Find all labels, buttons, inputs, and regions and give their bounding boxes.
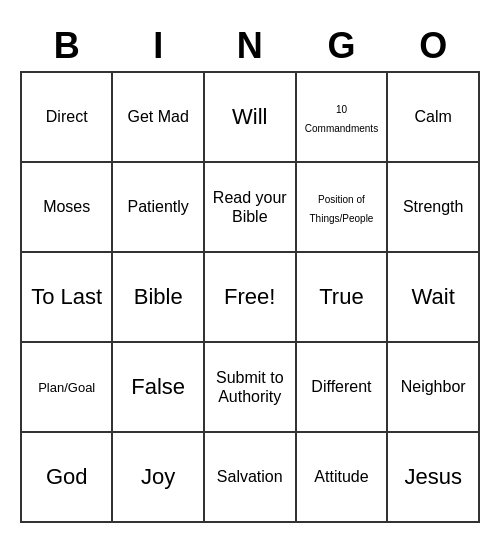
cell-text: Read your Bible — [213, 189, 287, 225]
cell-r3-c4: Neighbor — [387, 342, 479, 432]
cell-r1-c2: Read your Bible — [204, 162, 296, 252]
cell-text: Will — [232, 104, 267, 129]
header-o: O — [387, 21, 479, 72]
cell-r2-c4: Wait — [387, 252, 479, 342]
table-row: GodJoySalvationAttitudeJesus — [21, 432, 479, 522]
cell-text: Patiently — [127, 198, 188, 215]
cell-text: To Last — [31, 284, 102, 309]
cell-r2-c1: Bible — [112, 252, 204, 342]
cell-r3-c3: Different — [296, 342, 388, 432]
cell-r4-c4: Jesus — [387, 432, 479, 522]
cell-text: Calm — [415, 108, 452, 125]
cell-text: True — [319, 284, 363, 309]
cell-r1-c1: Patiently — [112, 162, 204, 252]
cell-r4-c2: Salvation — [204, 432, 296, 522]
cell-text: Joy — [141, 464, 175, 489]
cell-r3-c0: Plan/Goal — [21, 342, 112, 432]
cell-text: Jesus — [404, 464, 461, 489]
table-row: MosesPatientlyRead your BiblePosition of… — [21, 162, 479, 252]
cell-text: Direct — [46, 108, 88, 125]
cell-text: Different — [311, 378, 371, 395]
cell-r0-c1: Get Mad — [112, 72, 204, 162]
cell-text: Bible — [134, 284, 183, 309]
cell-r3-c1: False — [112, 342, 204, 432]
cell-text: Salvation — [217, 468, 283, 485]
cell-r1-c3: Position of Things/People — [296, 162, 388, 252]
cell-text: Attitude — [314, 468, 368, 485]
cell-r4-c1: Joy — [112, 432, 204, 522]
cell-text: God — [46, 464, 88, 489]
cell-r4-c3: Attitude — [296, 432, 388, 522]
cell-text: False — [131, 374, 185, 399]
cell-r2-c2: Free! — [204, 252, 296, 342]
cell-text: Plan/Goal — [38, 380, 95, 395]
bingo-body: DirectGet MadWill10 CommandmentsCalmMose… — [21, 72, 479, 522]
cell-r0-c0: Direct — [21, 72, 112, 162]
table-row: To LastBibleFree!TrueWait — [21, 252, 479, 342]
table-row: DirectGet MadWill10 CommandmentsCalm — [21, 72, 479, 162]
cell-r4-c0: God — [21, 432, 112, 522]
cell-r1-c0: Moses — [21, 162, 112, 252]
cell-r3-c2: Submit to Authority — [204, 342, 296, 432]
cell-text: Wait — [412, 284, 455, 309]
cell-text: Strength — [403, 198, 463, 215]
cell-text: Position of Things/People — [309, 194, 373, 224]
table-row: Plan/GoalFalseSubmit to AuthorityDiffere… — [21, 342, 479, 432]
cell-text: Get Mad — [128, 108, 189, 125]
header-b: B — [21, 21, 112, 72]
header-i: I — [112, 21, 204, 72]
header-n: N — [204, 21, 296, 72]
cell-r2-c3: True — [296, 252, 388, 342]
cell-r2-c0: To Last — [21, 252, 112, 342]
header-row: B I N G O — [21, 21, 479, 72]
cell-r0-c2: Will — [204, 72, 296, 162]
cell-r0-c3: 10 Commandments — [296, 72, 388, 162]
cell-text: Neighbor — [401, 378, 466, 395]
cell-text: Free! — [224, 284, 275, 309]
cell-text: 10 Commandments — [305, 104, 378, 134]
cell-text: Submit to Authority — [216, 369, 284, 405]
cell-r0-c4: Calm — [387, 72, 479, 162]
cell-r1-c4: Strength — [387, 162, 479, 252]
header-g: G — [296, 21, 388, 72]
bingo-card: B I N G O DirectGet MadWill10 Commandmen… — [20, 21, 480, 523]
cell-text: Moses — [43, 198, 90, 215]
